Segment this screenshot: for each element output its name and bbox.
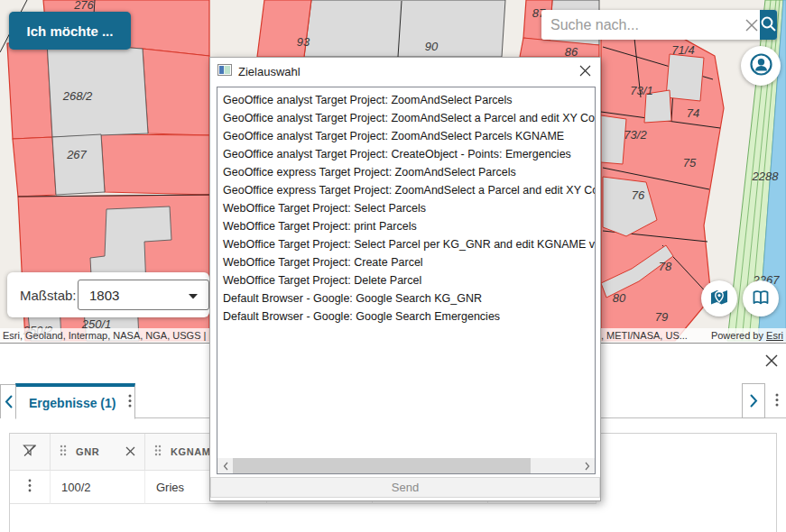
tab-scroll-left-button[interactable]: [0, 384, 16, 418]
tabbar-kebab-icon[interactable]: [770, 390, 784, 412]
parcel-label: 71/4: [671, 43, 694, 57]
search-icon: [760, 15, 777, 35]
target-list-item[interactable]: Default Browser - Google: Google Search …: [217, 307, 595, 326]
scrollbar-left-arrow-icon[interactable]: [217, 458, 233, 473]
powered-by: Powered by Esri: [711, 328, 783, 343]
parcel-label: 76: [632, 188, 645, 202]
column-title: GNR: [76, 446, 99, 457]
parcel-label: 90: [425, 40, 439, 53]
horizontal-scrollbar[interactable]: [217, 458, 595, 473]
attribution-text-left: Esri, Geoland, Intermap, NASA, NGA, USGS…: [3, 328, 216, 343]
filter-header-cell[interactable]: [10, 434, 51, 471]
scale-value: 1803: [89, 288, 189, 303]
remove-column-icon[interactable]: [125, 444, 135, 460]
target-list-item[interactable]: GeoOffice express Target Project: ZoomAn…: [217, 163, 595, 181]
drag-handle-icon[interactable]: [154, 444, 162, 460]
chevron-down-icon: [189, 287, 198, 303]
parcel-label: 268/2: [62, 89, 93, 103]
chevron-left-icon: [5, 395, 13, 408]
parcel-label: 2288: [752, 170, 780, 183]
ich-moechte-button[interactable]: Ich möchte ...: [9, 12, 131, 50]
dialog-title: Zielauswahl: [238, 65, 301, 78]
basemap-button[interactable]: [701, 280, 737, 316]
send-button[interactable]: Send: [210, 477, 600, 498]
target-list-item[interactable]: GeoOffice analyst Target Project: Create…: [217, 145, 595, 163]
user-account-button[interactable]: [741, 46, 781, 86]
panel-close-icon[interactable]: [763, 353, 780, 370]
dialog-close-icon[interactable]: [577, 64, 593, 80]
zielauswahl-dialog: Zielauswahl GeoOffice analyst Target Pro…: [209, 57, 601, 501]
target-list: GeoOffice analyst Target Project: ZoomAn…: [217, 87, 595, 326]
scale-panel: Maßstab: 1803: [7, 272, 209, 317]
parcel-label: 75: [683, 156, 697, 170]
tab-scroll-right-button[interactable]: [742, 383, 765, 418]
dialog-titlebar[interactable]: Zielauswahl: [210, 58, 600, 85]
filter-icon: [23, 444, 37, 461]
open-book-icon: [750, 287, 772, 311]
target-list-item[interactable]: WebOffice Target Project: Select Parcels: [217, 199, 595, 217]
parcel-label: 78: [659, 260, 672, 273]
search-bar: [541, 10, 777, 40]
scrollbar-thumb[interactable]: [233, 458, 531, 473]
chevron-right-icon: [750, 394, 758, 408]
target-list-item[interactable]: GeoOffice express Target Project: ZoomAn…: [217, 181, 595, 199]
parcel-label: 267: [66, 148, 87, 161]
search-clear-icon[interactable]: [743, 10, 760, 40]
app-window: 276268/2267250/2250/19390878671/473/1747…: [0, 0, 786, 532]
target-list-item[interactable]: GeoOffice analyst Target Project: ZoomAn…: [217, 109, 595, 127]
target-list-item[interactable]: WebOffice Target Project: Create Parcel: [217, 253, 595, 271]
legend-book-button[interactable]: [743, 280, 779, 316]
target-list-item[interactable]: WebOffice Target Project: Delete Parcel: [217, 271, 595, 289]
parcel-label: 276: [73, 0, 94, 12]
target-list-item[interactable]: GeoOffice analyst Target Project: ZoomAn…: [217, 91, 595, 109]
drag-handle-icon[interactable]: [60, 444, 67, 460]
row-kebab-icon[interactable]: [28, 479, 32, 495]
scrollbar-right-arrow-icon[interactable]: [579, 458, 595, 473]
search-input[interactable]: [541, 10, 743, 40]
esri-link[interactable]: Esri: [766, 330, 783, 341]
tab-label: Ergebnisse (1): [29, 396, 116, 410]
parcel-label: 79: [655, 310, 668, 324]
scale-dropdown[interactable]: 1803: [78, 280, 209, 310]
basemap-map-pin-icon: [708, 287, 730, 311]
target-list-item[interactable]: Default Browser - Google: Google Search …: [217, 289, 595, 307]
target-listbox: GeoOffice analyst Target Project: ZoomAn…: [217, 87, 596, 474]
target-list-item[interactable]: WebOffice Target Project: Select Parcel …: [217, 235, 595, 253]
cell-gnr[interactable]: 100/2: [51, 471, 145, 504]
parcel-label: 73/2: [624, 128, 647, 142]
user-avatar-icon: [749, 52, 773, 79]
dialog-app-icon: [217, 63, 232, 79]
parcel-label: 80: [613, 291, 626, 305]
tab-ergebnisse[interactable]: Ergebnisse (1): [15, 383, 135, 419]
scale-label: Maßstab:: [20, 288, 77, 303]
parcel-label: 93: [297, 35, 310, 49]
target-list-item[interactable]: GeoOffice analyst Target Project: ZoomAn…: [217, 127, 595, 145]
search-button[interactable]: [760, 10, 777, 40]
row-menu-cell[interactable]: [10, 471, 51, 504]
column-header-gnr[interactable]: GNR: [51, 434, 145, 471]
parcel-label: 73/1: [630, 84, 652, 97]
target-list-item[interactable]: WebOffice Target Project: print Parcels: [217, 217, 595, 235]
tab-menu-kebab-icon[interactable]: [128, 394, 132, 411]
parcel-label: 74: [687, 106, 699, 120]
